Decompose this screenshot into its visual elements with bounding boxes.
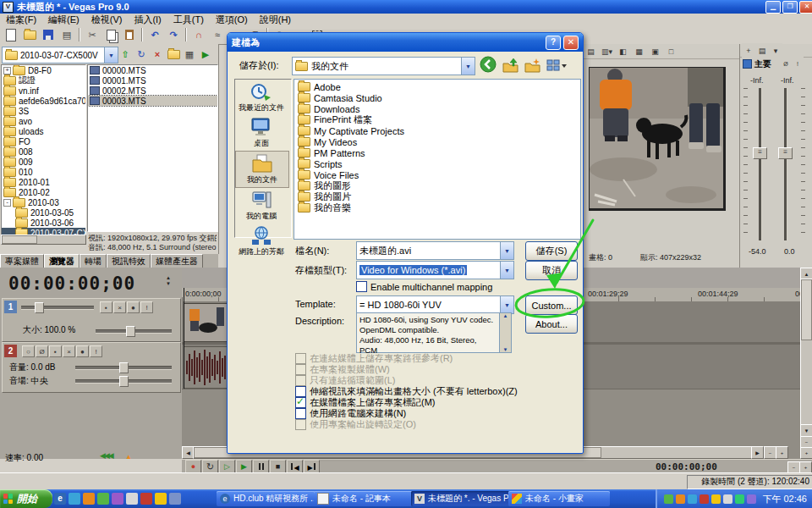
- dialog-folder-item[interactable]: Camtasia Studio: [298, 92, 580, 103]
- collapse-icon[interactable]: -: [3, 199, 11, 207]
- task-hdclub-window[interactable]: eHD.club 精研視務所 ...: [217, 491, 318, 506]
- quick-launch-desktop-icon[interactable]: [69, 493, 80, 505]
- tray-icon[interactable]: [735, 494, 744, 504]
- insert-fx-button[interactable]: ▤: [755, 43, 769, 58]
- up-one-level-button[interactable]: [502, 58, 519, 75]
- loop-playback-button[interactable]: ↻: [202, 460, 218, 473]
- mute-icon[interactable]: ×: [113, 301, 126, 313]
- tray-icon[interactable]: [676, 494, 685, 504]
- tree-item[interactable]: 2010-03-06: [2, 218, 85, 228]
- track-volume-value[interactable]: 0.0 dB: [31, 362, 56, 372]
- solo-icon[interactable]: ●: [76, 345, 89, 357]
- invert-phase-icon[interactable]: Ø: [36, 345, 48, 357]
- task-paint-window[interactable]: 未命名 - 小畫家: [508, 491, 610, 506]
- description-scrollbar[interactable]: ▲▼: [499, 313, 511, 352]
- tab-transitions[interactable]: 轉場: [80, 254, 107, 268]
- filetype-combo[interactable]: Video for Windows (*.avi) ▼: [356, 261, 514, 279]
- dropdown-arrow-icon[interactable]: ▼: [500, 296, 513, 313]
- bypass-fx-icon[interactable]: ▪: [100, 301, 112, 313]
- media-file-item[interactable]: 00000.MTS: [88, 65, 217, 75]
- vertical-scrollbar[interactable]: [800, 279, 812, 426]
- place-recent-documents[interactable]: 我最近的文件: [235, 80, 288, 115]
- track-volume-slider[interactable]: [75, 366, 172, 370]
- new-folder-button[interactable]: [166, 47, 181, 62]
- zoom-in-button[interactable]: +: [776, 446, 788, 459]
- start-button[interactable]: 開始: [0, 489, 52, 508]
- place-my-computer[interactable]: 我的電腦: [235, 188, 288, 224]
- dialog-folder-item[interactable]: My Videos: [298, 136, 580, 147]
- views-menu-button[interactable]: [546, 58, 568, 75]
- tree-item[interactable]: 010: [2, 167, 85, 177]
- tray-icon[interactable]: [711, 494, 721, 504]
- record-button[interactable]: ●: [185, 460, 201, 473]
- mixer-views-button[interactable]: ▾: [769, 43, 782, 58]
- tree-item[interactable]: -2010-03: [2, 197, 85, 207]
- delete-button[interactable]: ×: [150, 47, 165, 62]
- dropdown-arrow-icon[interactable]: ▼: [500, 262, 513, 279]
- quick-launch-icon[interactable]: [97, 493, 109, 505]
- cut-button[interactable]: ✂: [83, 26, 102, 43]
- left-fader-handle[interactable]: ≡: [753, 147, 767, 159]
- dialog-close-button[interactable]: ✕: [563, 36, 579, 50]
- go-to-end-button[interactable]: ▶: [304, 460, 320, 473]
- quick-launch-icon[interactable]: [112, 493, 123, 505]
- media-file-item-selected[interactable]: 00003.MTS: [88, 96, 217, 106]
- new-project-button[interactable]: [2, 26, 20, 43]
- quick-launch-ie-icon[interactable]: e: [54, 493, 66, 505]
- insert-bus-button[interactable]: +: [742, 43, 755, 58]
- vscroll-down-arrow[interactable]: ▼: [800, 424, 812, 437]
- bus-dim-icon[interactable]: !: [792, 57, 804, 71]
- tree-item[interactable]: 2010-01: [2, 177, 85, 187]
- quick-launch-icon[interactable]: [155, 493, 167, 505]
- solo-icon[interactable]: ●: [127, 301, 140, 313]
- rate-value[interactable]: 0.00: [27, 453, 43, 462]
- bus-mute-icon[interactable]: Ø: [780, 57, 792, 71]
- up-one-level-button[interactable]: ⇧: [118, 47, 133, 62]
- timeline-zoom-out-button[interactable]: −: [787, 461, 800, 473]
- start-preview-button[interactable]: ▶: [198, 47, 213, 62]
- custom-button[interactable]: Custom...: [525, 295, 578, 315]
- play-from-start-button[interactable]: ▷: [219, 460, 235, 473]
- tree-item[interactable]: 009: [2, 157, 85, 167]
- tree-item[interactable]: uloads: [2, 126, 85, 136]
- clock[interactable]: 下午 02:46: [762, 493, 807, 505]
- track-composite-slider[interactable]: [21, 306, 94, 310]
- quick-launch-icon[interactable]: [126, 493, 138, 505]
- dialog-folder-item[interactable]: PM Patterns: [298, 147, 580, 158]
- checkbox[interactable]: [295, 375, 306, 386]
- dialog-titlebar[interactable]: 建檔為 ? ✕: [228, 33, 583, 52]
- quick-launch-icon[interactable]: [140, 493, 152, 505]
- zoom-out-button[interactable]: −: [764, 446, 776, 459]
- scroll-down-icon[interactable]: ▼: [503, 347, 508, 352]
- media-file-item[interactable]: 00001.MTS: [88, 75, 217, 86]
- bypass-fx-icon[interactable]: ▪: [49, 345, 62, 357]
- dialog-folder-item[interactable]: Scripts: [298, 158, 580, 169]
- place-desktop[interactable]: 桌面: [235, 115, 288, 151]
- go-to-start-button[interactable]: ◀: [287, 460, 303, 473]
- volume-icon[interactable]: [747, 494, 756, 504]
- menu-item-file[interactable]: 檔案(F): [0, 14, 42, 26]
- track-number-badge[interactable]: 1: [4, 301, 17, 313]
- arm-record-icon[interactable]: ○: [22, 345, 35, 357]
- tree-item[interactable]: avo: [2, 116, 85, 126]
- slider-handle[interactable]: [119, 362, 129, 373]
- dialog-folder-item[interactable]: 我的音樂: [298, 202, 580, 213]
- dialog-folder-item[interactable]: My Captivate Projects: [298, 125, 580, 136]
- track-size-value[interactable]: 100.0 %: [45, 325, 76, 334]
- tree-item[interactable]: vn.inf: [2, 86, 85, 96]
- dropdown-arrow-icon[interactable]: ▼: [500, 242, 513, 259]
- tree-item[interactable]: 認證: [2, 75, 85, 86]
- expand-icon[interactable]: +: [3, 67, 11, 75]
- tree-item[interactable]: FO: [2, 136, 85, 146]
- track-number-badge[interactable]: 2: [4, 345, 17, 357]
- snapshot-button[interactable]: ▣: [647, 44, 663, 58]
- auto-ripple-button[interactable]: ≈: [208, 26, 227, 43]
- rate-scrub-icon[interactable]: ◀◀◀: [100, 451, 112, 460]
- timeline-zoom-in-button[interactable]: +: [799, 461, 812, 473]
- audio-track-header[interactable]: 2 ○ Ø ▪ × ● ! 音量: 0.0 dB 音場: 中央: [2, 342, 181, 393]
- timecode-display[interactable]: 00:00:00;00: [8, 273, 135, 294]
- tab-media-generators[interactable]: 媒體產生器: [151, 254, 203, 268]
- hscroll-right-arrow[interactable]: ▶: [751, 446, 764, 459]
- place-my-documents[interactable]: 我的文件: [235, 151, 289, 188]
- tree-horizontal-scrollbar[interactable]: [1, 235, 86, 245]
